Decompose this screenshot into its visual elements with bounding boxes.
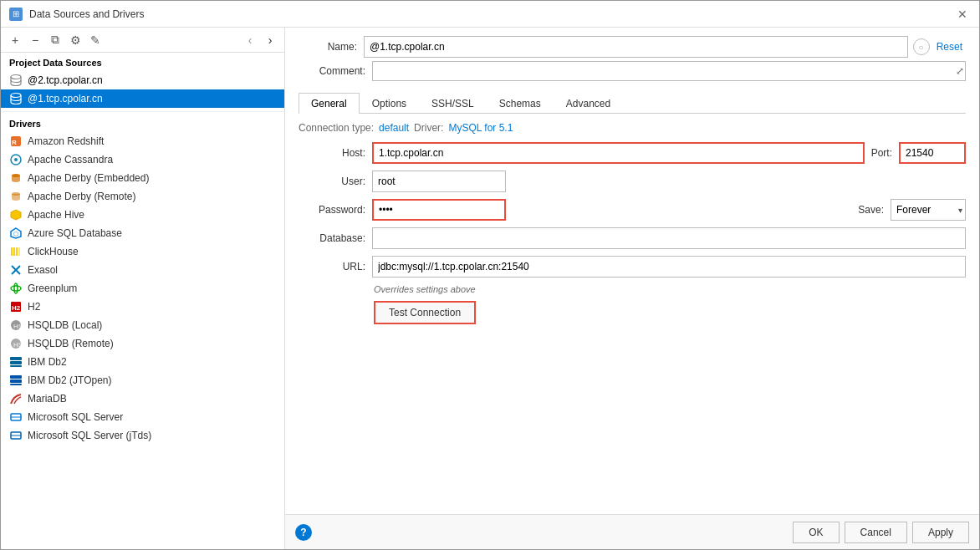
add-button[interactable]: + — [6, 31, 24, 49]
title-bar-left: ⊞ Data Sources and Drivers — [9, 8, 144, 21]
reset-link[interactable]: Reset — [937, 41, 966, 53]
driver-icon-azure: ⬡ — [9, 227, 23, 240]
driver-amazon-redshift[interactable]: R Amazon Redshift — [1, 132, 284, 150]
toolbar: + − ⧉ ⚙ ✎ ‹ › — [1, 28, 284, 53]
tab-advanced[interactable]: Advanced — [554, 93, 623, 114]
host-label: Host: — [299, 147, 365, 159]
tab-options[interactable]: Options — [360, 93, 419, 114]
driver-icon-hsqldb-remote: HS — [9, 337, 23, 350]
svg-marker-8 — [11, 210, 21, 220]
driver-name-derby-remote: Apache Derby (Remote) — [28, 191, 135, 202]
svg-rect-27 — [10, 375, 22, 379]
driver-name-greenplum: Greenplum — [28, 283, 77, 294]
svg-rect-25 — [10, 361, 22, 364]
svg-text:H2: H2 — [12, 304, 21, 312]
password-row: Password: Save: Forever Until restart Ne… — [299, 199, 966, 221]
driver-name-mariadb: MariaDB — [28, 393, 67, 405]
svg-rect-12 — [16, 247, 18, 256]
drivers-section-header: Drivers — [1, 111, 284, 132]
name-input[interactable] — [364, 36, 908, 58]
url-input[interactable] — [372, 256, 966, 278]
datasource-item-1[interactable]: @2.tcp.cpolar.cn — [1, 71, 284, 89]
ok-button[interactable]: OK — [793, 522, 839, 543]
driver-mssql-jtds[interactable]: Microsoft SQL Server (jTds) — [1, 426, 284, 445]
right-panel: Name: ○ Reset Comment: ⤢ General Options — [285, 28, 979, 549]
port-label: Port: — [871, 147, 892, 159]
driver-icon-mssql — [9, 410, 23, 424]
conn-type-value[interactable]: default — [379, 122, 409, 134]
comment-input[interactable] — [372, 61, 966, 81]
driver-name-redshift: Amazon Redshift — [28, 135, 104, 147]
driver-name-cassandra: Apache Cassandra — [28, 154, 113, 166]
driver-icon-mariadb — [9, 392, 23, 405]
driver-name-derby-embedded: Apache Derby (Embedded) — [28, 172, 149, 184]
connection-type-row: Connection type: default Driver: MySQL f… — [299, 122, 966, 134]
datasource-item-2[interactable]: @1.tcp.cpolar.cn — [1, 89, 284, 108]
svg-text:R: R — [12, 139, 17, 146]
driver-clickhouse[interactable]: ClickHouse — [1, 242, 284, 261]
driver-azure-sql[interactable]: ⬡ Azure SQL Database — [1, 224, 284, 242]
copy-button[interactable]: ⧉ — [46, 31, 64, 49]
driver-icon-derby-remote — [9, 190, 23, 203]
driver-derby-remote[interactable]: Apache Derby (Remote) — [1, 187, 284, 206]
driver-hsqldb-local[interactable]: HS HSQLDB (Local) — [1, 316, 284, 334]
comment-wrap: ⤢ — [372, 61, 966, 81]
test-connection-button[interactable]: Test Connection — [374, 301, 476, 324]
driver-name-azure: Azure SQL Database — [28, 227, 122, 239]
driver-mssql[interactable]: Microsoft SQL Server — [1, 408, 284, 426]
driver-value[interactable]: MySQL for 5.1 — [448, 122, 513, 134]
port-input[interactable] — [899, 142, 966, 164]
tab-ssh-ssl[interactable]: SSH/SSL — [419, 93, 487, 114]
back-button[interactable]: ‹ — [241, 31, 259, 49]
bottom-bar: ? OK Cancel Apply — [285, 514, 979, 549]
driver-name-hsqldb-remote: HSQLDB (Remote) — [28, 338, 114, 349]
driver-name-hsqldb-local: HSQLDB (Local) — [28, 319, 102, 331]
driver-icon-derby-embedded — [9, 171, 23, 185]
database-row: Database: — [299, 227, 966, 249]
password-input[interactable] — [372, 199, 506, 221]
cancel-button[interactable]: Cancel — [845, 522, 907, 543]
driver-icon-mssql-jtds — [9, 429, 23, 442]
driver-icon-exasol — [9, 263, 23, 277]
svg-point-0 — [11, 75, 21, 79]
driver-apache-hive[interactable]: Apache Hive — [1, 206, 284, 224]
database-input[interactable] — [372, 227, 966, 249]
save-select[interactable]: Forever Until restart Never — [891, 199, 966, 221]
driver-name-exasol: Exasol — [28, 264, 58, 276]
driver-ibm-db2-jtopen[interactable]: IBM Db2 (JTOpen) — [1, 371, 284, 390]
driver-h2[interactable]: H2 H2 — [1, 298, 284, 316]
driver-label: Driver: — [414, 122, 443, 134]
name-clear-button[interactable]: ○ — [913, 38, 930, 55]
svg-rect-28 — [10, 379, 22, 383]
driver-icon-clickhouse — [9, 245, 23, 258]
apply-button[interactable]: Apply — [912, 522, 969, 543]
tab-schemas[interactable]: Schemas — [487, 93, 554, 114]
comment-expand-button[interactable]: ⤢ — [956, 65, 964, 77]
host-input[interactable] — [372, 142, 865, 164]
database-label: Database: — [299, 232, 365, 244]
driver-derby-embedded[interactable]: Apache Derby (Embedded) — [1, 169, 284, 187]
tab-content-general: Connection type: default Driver: MySQL f… — [285, 114, 979, 514]
driver-exasol[interactable]: Exasol — [1, 261, 284, 279]
remove-button[interactable]: − — [26, 31, 44, 49]
user-row: User: — [299, 171, 966, 192]
driver-greenplum[interactable]: Greenplum — [1, 279, 284, 298]
settings-button[interactable]: ⚙ — [66, 31, 84, 49]
driver-apache-cassandra[interactable]: Apache Cassandra — [1, 150, 284, 169]
tabs: General Options SSH/SSL Schemas Advanced — [299, 93, 966, 114]
app-icon: ⊞ — [9, 8, 23, 21]
driver-hsqldb-remote[interactable]: HS HSQLDB (Remote) — [1, 334, 284, 353]
forward-button[interactable]: › — [261, 31, 279, 49]
svg-point-5 — [14, 158, 18, 161]
tab-general[interactable]: General — [299, 93, 360, 114]
driver-ibm-db2[interactable]: IBM Db2 — [1, 353, 284, 371]
help-button[interactable]: ? — [295, 524, 312, 541]
edit-button[interactable]: ✎ — [86, 31, 105, 49]
name-row: Name: ○ Reset — [285, 28, 979, 61]
svg-point-1 — [11, 94, 21, 98]
user-input[interactable] — [372, 171, 506, 192]
close-button[interactable]: ✕ — [954, 6, 971, 23]
driver-mariadb[interactable]: MariaDB — [1, 390, 284, 408]
datasource-name-2: @1.tcp.cpolar.cn — [28, 93, 103, 104]
driver-name-ibm-db2-jtopen: IBM Db2 (JTOpen) — [28, 374, 111, 386]
